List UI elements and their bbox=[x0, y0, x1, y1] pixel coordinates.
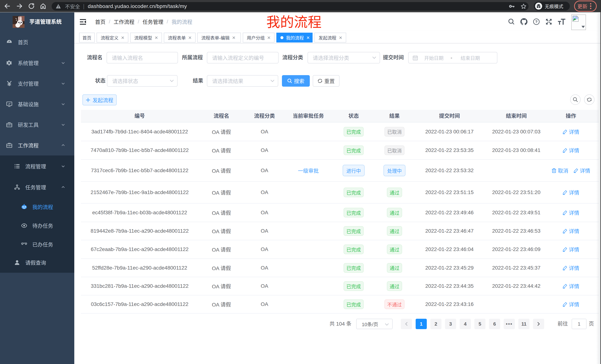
svg-text:?: ? bbox=[535, 19, 538, 24]
